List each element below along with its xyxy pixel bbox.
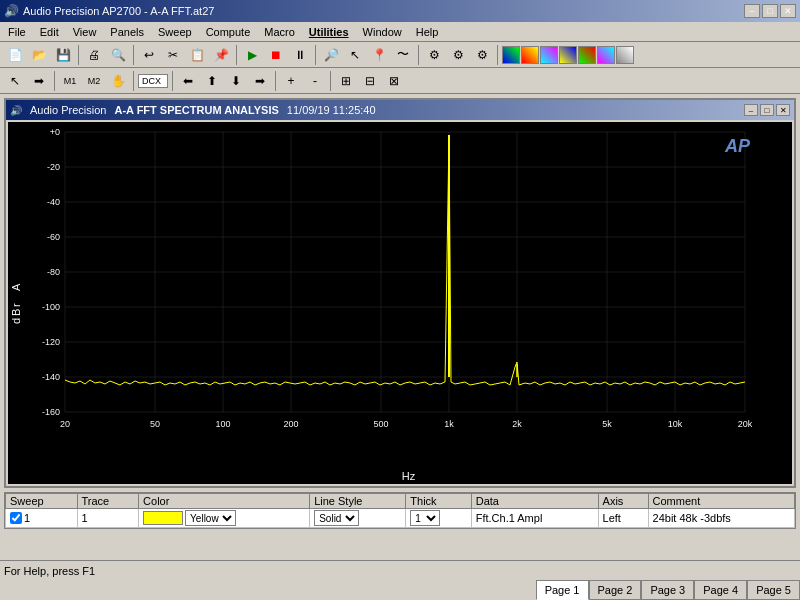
color-select[interactable]: Yellow [185, 510, 236, 526]
page-tab-1[interactable]: Page 1 [536, 580, 589, 600]
tb2-select[interactable]: ⊠ [383, 70, 405, 92]
cell-axis: Left [598, 509, 648, 528]
title-bar-left: 🔊 Audio Precision AP2700 - A-A FFT.at27 [4, 4, 214, 18]
tb-open[interactable]: 📂 [28, 44, 50, 66]
inner-app-icon: 🔊 [10, 105, 22, 116]
panel-icon-6[interactable] [597, 46, 615, 64]
tb2-btn1[interactable]: ⬅ [177, 70, 199, 92]
tb2-sep2 [133, 71, 134, 91]
inner-title-bar: 🔊 Audio Precision A-A FFT SPECTRUM ANALY… [6, 100, 794, 120]
menu-sweep[interactable]: Sweep [152, 24, 198, 40]
cell-trace: 1 [77, 509, 139, 528]
x-axis-label: Hz [25, 468, 792, 484]
cell-sweep: 1 [6, 509, 78, 528]
menu-window[interactable]: Window [357, 24, 408, 40]
tb-new[interactable]: 📄 [4, 44, 26, 66]
tb2-btn3[interactable]: ⬇ [225, 70, 247, 92]
row-checkbox[interactable] [10, 512, 22, 524]
tb2-marker1[interactable]: M1 [59, 70, 81, 92]
cell-color: Yellow [139, 509, 310, 528]
tb2-zoom-out[interactable]: - [304, 70, 326, 92]
tb-cursor[interactable]: ↖ [344, 44, 366, 66]
menu-utilities[interactable]: Utilities [303, 24, 355, 40]
tb-print[interactable]: 🖨 [83, 44, 105, 66]
menu-panels[interactable]: Panels [104, 24, 150, 40]
maximize-button[interactable]: □ [762, 4, 778, 18]
tb-stop[interactable]: ⏹ [265, 44, 287, 66]
tb-sep2 [133, 45, 134, 65]
tb-paste[interactable]: 📌 [210, 44, 232, 66]
menu-file[interactable]: File [2, 24, 32, 40]
col-header-color: Color [139, 494, 310, 509]
tb-signal[interactable]: 〜 [392, 44, 414, 66]
inner-controls[interactable]: – □ ✕ [744, 104, 790, 116]
title-bar: 🔊 Audio Precision AP2700 - A-A FFT.at27 … [0, 0, 800, 22]
inner-title-text: Audio Precision [30, 104, 106, 116]
tb-pause[interactable]: ⏸ [289, 44, 311, 66]
col-header-comment: Comment [648, 494, 794, 509]
tb-settings1[interactable]: ⚙ [423, 44, 445, 66]
tb-zoom[interactable]: 🔎 [320, 44, 342, 66]
menu-edit[interactable]: Edit [34, 24, 65, 40]
svg-text:-20: -20 [47, 162, 60, 172]
panel-icon-5[interactable] [578, 46, 596, 64]
panel-icon-2[interactable] [521, 46, 539, 64]
cell-comment: 24bit 48k -3dbfs [648, 509, 794, 528]
panel-icon-3[interactable] [540, 46, 558, 64]
menu-macro[interactable]: Macro [258, 24, 301, 40]
page-tab-3[interactable]: Page 3 [641, 580, 694, 600]
page-tab-2[interactable]: Page 2 [589, 580, 642, 600]
tb2-zoom-in[interactable]: + [280, 70, 302, 92]
thick-select[interactable]: 1 [410, 510, 440, 526]
page-tab-4[interactable]: Page 4 [694, 580, 747, 600]
tb-marker[interactable]: 📍 [368, 44, 390, 66]
inner-close-button[interactable]: ✕ [776, 104, 790, 116]
tb-undo[interactable]: ↩ [138, 44, 160, 66]
tb2-btn4[interactable]: ➡ [249, 70, 271, 92]
inner-maximize-button[interactable]: □ [760, 104, 774, 116]
spectrum-chart[interactable]: +0 -20 -40 -60 -80 -100 -120 -140 -160 2… [25, 122, 792, 468]
cell-linestyle: Solid [310, 509, 406, 528]
tb2-sep4 [275, 71, 276, 91]
dcx-label: DCX [138, 74, 168, 88]
tb2-btn2[interactable]: ⬆ [201, 70, 223, 92]
title-bar-controls[interactable]: – □ ✕ [744, 4, 796, 18]
tb2-marker2[interactable]: M2 [83, 70, 105, 92]
close-button[interactable]: ✕ [780, 4, 796, 18]
svg-text:AP: AP [724, 136, 751, 156]
tb-save[interactable]: 💾 [52, 44, 74, 66]
tb-preview[interactable]: 🔍 [107, 44, 129, 66]
panel-icon-4[interactable] [559, 46, 577, 64]
tb-settings3[interactable]: ⚙ [471, 44, 493, 66]
panel-icon-7[interactable] [616, 46, 634, 64]
tb-sep6 [497, 45, 498, 65]
tb-copy[interactable]: 📋 [186, 44, 208, 66]
page-tabs: Page 1 Page 2 Page 3 Page 4 Page 5 [536, 580, 800, 600]
minimize-button[interactable]: – [744, 4, 760, 18]
tb-run[interactable]: ▶ [241, 44, 263, 66]
tb2-cursor[interactable]: ↖ [4, 70, 26, 92]
toolbar1: 📄 📂 💾 🖨 🔍 ↩ ✂ 📋 📌 ▶ ⏹ ⏸ 🔎 ↖ 📍 〜 ⚙ ⚙ ⚙ [0, 42, 800, 68]
linestyle-select[interactable]: Solid [314, 510, 359, 526]
tb2-pan[interactable]: ✋ [107, 70, 129, 92]
tb2-fit[interactable]: ⊞ [335, 70, 357, 92]
svg-text:-140: -140 [42, 372, 60, 382]
svg-text:-60: -60 [47, 232, 60, 242]
tb-cut[interactable]: ✂ [162, 44, 184, 66]
panel-icon-1[interactable] [502, 46, 520, 64]
page-tab-5[interactable]: Page 5 [747, 580, 800, 600]
tb2-arrow[interactable]: ➡ [28, 70, 50, 92]
svg-text:20: 20 [60, 419, 70, 429]
menu-view[interactable]: View [67, 24, 103, 40]
svg-text:10k: 10k [668, 419, 683, 429]
cell-thick: 1 [406, 509, 471, 528]
inner-minimize-button[interactable]: – [744, 104, 758, 116]
menu-compute[interactable]: Compute [200, 24, 257, 40]
tb-settings2[interactable]: ⚙ [447, 44, 469, 66]
svg-text:5k: 5k [602, 419, 612, 429]
menu-bar: File Edit View Panels Sweep Compute Macr… [0, 22, 800, 42]
tb2-auto[interactable]: ⊟ [359, 70, 381, 92]
menu-help[interactable]: Help [410, 24, 445, 40]
data-table-container: Sweep Trace Color Line Style Thick Data … [4, 492, 796, 529]
col-header-trace: Trace [77, 494, 139, 509]
